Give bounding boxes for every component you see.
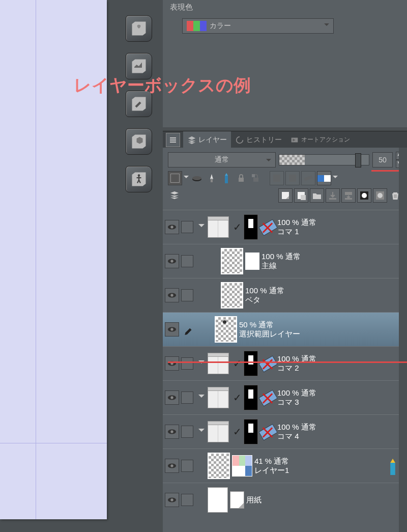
material-pose-icon[interactable] — [126, 166, 152, 192]
layer-name[interactable]: ベタ — [245, 295, 284, 304]
layer-name[interactable]: コマ 1 — [277, 227, 316, 236]
lock-slot[interactable] — [181, 460, 193, 472]
visibility-toggle[interactable] — [165, 288, 179, 302]
new-folder-button[interactable] — [310, 188, 324, 203]
layer-list: ✓ 100 % 通常コマ 1 100 % 通常主線 100 % 通常ベタ — [163, 210, 407, 517]
svg-rect-6 — [239, 178, 244, 182]
material-3d-icon[interactable] — [126, 128, 152, 155]
visibility-toggle[interactable] — [165, 459, 179, 473]
layer-name[interactable]: コマ 2 — [277, 363, 316, 373]
material-favorites-icon[interactable] — [126, 15, 152, 42]
lock-button[interactable] — [235, 172, 248, 185]
layer-row[interactable]: 41 % 通常レイヤー1 — [163, 449, 407, 483]
opacity-value[interactable]: 50 — [372, 152, 393, 167]
tab-history[interactable]: ヒストリー — [231, 131, 286, 148]
tab-autoaction[interactable]: オートアクション — [286, 131, 354, 148]
mask-enable-button[interactable] — [270, 171, 284, 185]
lock-slot[interactable] — [181, 494, 193, 506]
property-label-expression-color: 表現色 — [170, 3, 407, 12]
layer-name[interactable]: 主線 — [261, 261, 301, 270]
new-vector-layer-button[interactable] — [294, 188, 308, 203]
blend-mode-dropdown[interactable]: 通常 — [168, 152, 276, 167]
mask-thumbnail[interactable] — [244, 385, 258, 410]
layer-name[interactable]: 用紙 — [246, 495, 261, 505]
apply-mask-button[interactable] — [373, 188, 387, 203]
layer-thumbnail[interactable] — [208, 453, 230, 479]
layer-name[interactable]: コマ 4 — [277, 432, 316, 441]
lock-slot[interactable] — [181, 426, 193, 438]
palette-menu-button[interactable] — [168, 189, 181, 202]
lock-slot[interactable] — [181, 357, 193, 370]
color-mode-dropdown[interactable]: カラー — [182, 18, 334, 34]
svg-point-19 — [362, 193, 367, 198]
visibility-toggle[interactable] — [165, 220, 179, 234]
merge-down-button[interactable] — [341, 188, 356, 203]
lock-slot[interactable] — [181, 221, 193, 233]
lock-slot[interactable] — [181, 289, 193, 301]
panel-menu-button[interactable] — [166, 133, 180, 147]
autoaction-icon — [290, 135, 299, 145]
draft-layer-button[interactable] — [220, 172, 233, 185]
layer-color-swatch[interactable] — [317, 171, 331, 185]
svg-rect-17 — [345, 198, 352, 200]
transfer-down-button[interactable] — [326, 188, 340, 203]
svg-point-27 — [170, 294, 173, 296]
layer-color-button[interactable] — [168, 171, 182, 185]
ruler-disabled-icon[interactable] — [260, 424, 275, 439]
expand-toggle[interactable] — [198, 224, 205, 230]
ruler-disabled-icon[interactable] — [260, 390, 275, 405]
reference-layer-button[interactable] — [205, 172, 218, 185]
layer-row[interactable]: 用紙 — [163, 483, 407, 517]
visibility-toggle[interactable] — [165, 493, 179, 507]
mask-link-button[interactable] — [285, 171, 300, 185]
mask-thumbnail[interactable] — [244, 214, 258, 240]
active-edit-icon — [183, 324, 194, 335]
visibility-toggle[interactable] — [165, 322, 179, 337]
visibility-toggle[interactable] — [165, 254, 179, 268]
ruler-show-button[interactable] — [301, 171, 315, 185]
layer-name[interactable]: コマ 3 — [277, 398, 316, 407]
expand-toggle[interactable] — [198, 429, 205, 435]
layer-row[interactable]: ✓ 100 % 通常コマ 2 — [163, 346, 407, 380]
tab-layer[interactable]: レイヤー — [183, 131, 231, 148]
layer-thumbnail[interactable] — [215, 316, 237, 343]
tab-history-label: ヒストリー — [246, 135, 282, 145]
layer-row[interactable]: ✓ 100 % 通常コマ 3 — [163, 380, 407, 414]
expand-toggle[interactable] — [198, 395, 205, 401]
layer-row[interactable]: 100 % 通常ベタ — [163, 278, 407, 312]
mask-thumbnail[interactable] — [244, 351, 258, 376]
layer-info: 100 % 通常 — [277, 388, 316, 398]
layer-row[interactable]: ✓ 100 % 通常コマ 4 — [163, 414, 407, 449]
layer-info: 100 % 通常 — [245, 286, 284, 295]
lock-transparent-button[interactable] — [249, 172, 263, 185]
dropdown-arrow-icon — [324, 23, 329, 29]
ruler-disabled-icon[interactable] — [260, 356, 275, 371]
layer-name[interactable]: 選択範囲レイヤー — [239, 329, 300, 339]
clip-mask-button[interactable] — [190, 172, 204, 185]
layer-thumbnail[interactable] — [221, 282, 243, 309]
layer-row[interactable]: ✓ 100 % 通常コマ 1 — [163, 210, 407, 244]
ruler-disabled-icon[interactable] — [260, 219, 275, 235]
create-mask-button[interactable] — [357, 188, 371, 203]
svg-rect-5 — [225, 176, 228, 183]
visibility-toggle[interactable] — [165, 425, 179, 439]
layer-info: 100 % 通常 — [277, 423, 316, 432]
layer-row[interactable]: 50 % 通常選択範囲レイヤー — [163, 312, 407, 346]
layer-row[interactable]: 100 % 通常主線 — [163, 244, 407, 278]
lock-slot[interactable] — [181, 255, 193, 267]
svg-point-29 — [170, 328, 173, 330]
layer-info: 50 % 通常 — [239, 320, 300, 329]
annotation-red-line — [168, 361, 407, 363]
new-raster-layer-button[interactable] — [278, 188, 293, 203]
lock-slot[interactable] — [181, 391, 193, 404]
material-toolbar — [122, 15, 156, 204]
scrollbar[interactable] — [399, 148, 407, 532]
visibility-toggle[interactable] — [165, 390, 179, 405]
layer-name[interactable]: レイヤー1 — [254, 466, 289, 475]
opacity-slider[interactable] — [279, 154, 369, 165]
visibility-toggle[interactable] — [165, 356, 179, 371]
folder-thumbnail — [208, 216, 229, 238]
paper-thumbnail[interactable] — [208, 487, 228, 513]
mask-thumbnail[interactable] — [244, 419, 258, 444]
layer-thumbnail[interactable] — [221, 248, 243, 274]
